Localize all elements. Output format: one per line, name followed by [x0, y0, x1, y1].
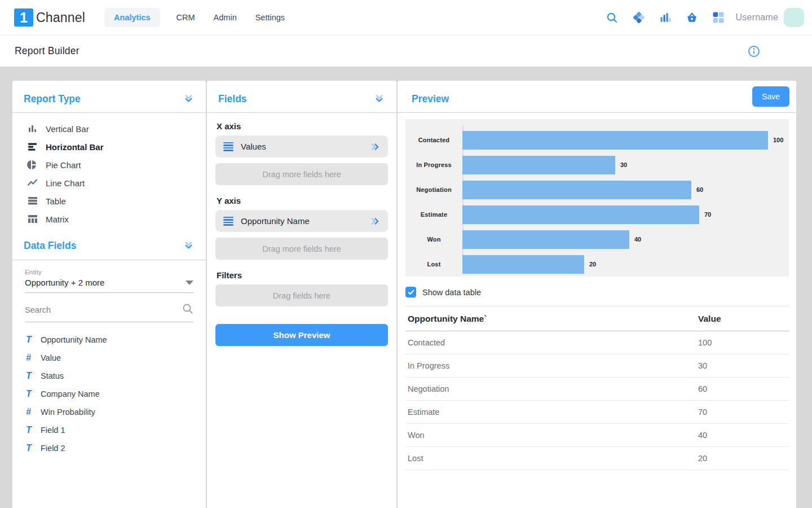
table-row: Negotiation 60 — [405, 378, 789, 401]
nav-item-crm[interactable]: CRM — [174, 8, 197, 27]
save-button[interactable]: Save — [752, 86, 789, 107]
chart-row: Estimate 70 — [405, 202, 789, 227]
x-axis-drop-zone[interactable]: Drag more fields here — [215, 163, 388, 185]
show-data-table-label: Show data table — [422, 288, 481, 297]
text-type-icon: T — [26, 443, 37, 453]
report-type-label: Vertical Bar — [46, 124, 89, 134]
table-row: In Progress 30 — [405, 354, 789, 378]
y-axis-label: Y axis — [217, 196, 388, 205]
data-field-opportunity-name[interactable]: T Opportunity Name — [12, 331, 206, 349]
x-axis-field-chip[interactable]: Values — [215, 135, 388, 157]
chart-bar — [462, 255, 584, 274]
report-type-label: Pie Chart — [46, 160, 81, 170]
vertical-bar-icon — [27, 124, 38, 134]
chevron-double-right-icon[interactable] — [370, 217, 380, 226]
entity-label: Entity — [25, 269, 193, 275]
text-type-icon: T — [26, 425, 37, 435]
collapse-chevron-icon[interactable] — [184, 240, 193, 252]
apps-diamonds-icon[interactable] — [633, 11, 645, 24]
chart-value-label: 20 — [589, 261, 596, 268]
column-header-name: Opportunity Name` — [405, 314, 698, 324]
report-type-title: Report Type — [24, 93, 81, 105]
chart-category-label: Estimate — [405, 211, 462, 218]
filters-label: Filters — [217, 270, 388, 280]
filters-drop-zone[interactable]: Drag fields here — [215, 284, 388, 306]
pie-chart-icon — [27, 160, 38, 170]
bar-chart-icon[interactable] — [659, 11, 672, 24]
page-header: Report Builder — [0, 36, 812, 67]
table-row: Contacted 100 — [405, 331, 789, 354]
page-title: Report Builder — [15, 45, 80, 57]
drag-handle-icon — [223, 142, 233, 151]
data-field-status[interactable]: T Status — [12, 367, 206, 385]
chart-bar — [462, 156, 615, 174]
avatar[interactable] — [784, 8, 804, 27]
table-row: Estimate 70 — [405, 401, 789, 424]
basket-icon[interactable] — [686, 11, 698, 24]
x-axis-label: X axis — [217, 121, 388, 131]
data-field-company-name[interactable]: T Company Name — [12, 385, 206, 403]
chart-category-label: Contacted — [405, 137, 462, 143]
chevron-double-right-icon[interactable] — [370, 142, 380, 151]
dropdown-caret-icon — [186, 281, 193, 285]
text-type-icon: T — [26, 389, 37, 399]
report-type-label: Line Chart — [46, 178, 85, 188]
nav-item-analytics[interactable]: Analytics — [104, 8, 160, 27]
report-type-matrix[interactable]: Matrix — [12, 210, 206, 228]
nav-item-admin[interactable]: Admin — [211, 8, 239, 27]
report-type-table[interactable]: Table — [12, 192, 206, 210]
chart-category-label: Negotiation — [405, 186, 462, 193]
chart-bar — [462, 230, 629, 249]
chart-row: Lost 20 — [405, 252, 789, 277]
chart-value-label: 30 — [620, 161, 627, 168]
data-field-value[interactable]: # Value — [12, 349, 206, 367]
report-type-panel: Report Type Vertical Bar — [12, 81, 206, 508]
line-chart-icon — [27, 178, 38, 188]
y-axis-drop-zone[interactable]: Drag more fields here — [215, 238, 388, 260]
text-type-icon: T — [26, 335, 37, 345]
horizontal-bar-icon — [27, 142, 38, 152]
top-navbar: 1 Channel Analytics CRM Admin Settings — [0, 0, 812, 36]
show-data-table-checkbox[interactable] — [405, 287, 416, 297]
report-type-label: Table — [46, 196, 66, 206]
entity-select-block: Entity Opportunity + 2 more — [25, 269, 193, 293]
search-input[interactable] — [25, 305, 182, 314]
data-field-win-probability[interactable]: # Win Probability — [12, 403, 206, 421]
report-type-list: Vertical Bar Horizontal Bar Pie Chart — [12, 113, 206, 228]
search-icon[interactable] — [606, 11, 619, 24]
info-icon[interactable] — [748, 45, 760, 58]
y-axis-field-chip[interactable]: Opportunity Name — [215, 210, 388, 232]
report-type-horizontal-bar[interactable]: Horizontal Bar — [12, 138, 206, 156]
data-fields-header: Data Fields — [12, 235, 206, 260]
chart-category-label: Won — [405, 236, 462, 243]
number-type-icon: # — [26, 407, 37, 417]
nav-item-settings[interactable]: Settings — [253, 8, 287, 27]
chart-row: Won 40 — [405, 227, 789, 252]
collapse-chevron-icon[interactable] — [374, 94, 384, 106]
chart-row: Negotiation 60 — [405, 177, 789, 202]
app-logo[interactable]: 1 Channel — [14, 8, 85, 27]
report-type-line-chart[interactable]: Line Chart — [12, 174, 206, 192]
search-field-icon — [182, 303, 193, 317]
report-type-vertical-bar[interactable]: Vertical Bar — [12, 120, 206, 138]
fields-title: Fields — [218, 93, 247, 105]
show-preview-button[interactable]: Show Preview — [215, 324, 388, 346]
data-field-field-2[interactable]: T Field 2 — [12, 439, 206, 457]
matrix-icon — [27, 214, 38, 224]
collapse-chevron-icon[interactable] — [184, 94, 193, 106]
chart-category-label: In Progress — [405, 161, 462, 168]
grid-apps-icon[interactable] — [712, 11, 725, 24]
table-icon — [27, 196, 38, 206]
data-fields-title: Data Fields — [24, 240, 76, 252]
report-type-label: Matrix — [46, 214, 69, 224]
chart-value-label: 40 — [634, 236, 641, 243]
report-type-pie-chart[interactable]: Pie Chart — [12, 156, 206, 174]
username-label: Username — [736, 12, 778, 23]
drag-handle-icon — [223, 217, 233, 226]
data-field-field-1[interactable]: T Field 1 — [12, 421, 206, 439]
entity-select[interactable]: Opportunity + 2 more — [25, 278, 193, 293]
preview-panel: Preview Save Contacted 100 In Progress 3… — [398, 81, 796, 508]
column-header-value: Value — [698, 314, 789, 324]
chart-bar — [462, 131, 768, 150]
table-row: Won 40 — [405, 424, 789, 447]
